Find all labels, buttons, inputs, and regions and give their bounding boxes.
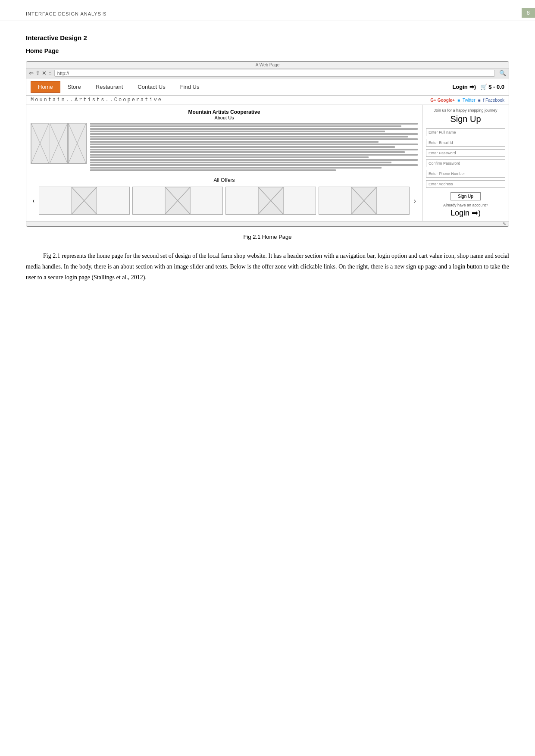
fullname-input[interactable]	[426, 128, 505, 136]
page-number: 8	[522, 8, 535, 18]
facebook-icon: ■	[478, 98, 480, 103]
address-input[interactable]	[426, 180, 505, 188]
about-text-block	[90, 123, 418, 172]
body-paragraph-1: Fig 2.1 represents the home page for the…	[26, 250, 509, 283]
browser-nav-icons: ⇦ ⇧ ✕ ⌂	[29, 70, 52, 77]
cart-area[interactable]: 🛒 $ - 0.0	[480, 84, 504, 90]
offers-section: All Offers ‹	[31, 177, 418, 215]
login-arrow-icon: ➡)	[469, 84, 476, 90]
nav-items: Home Store Restaurant Contact Us Find Us	[31, 81, 452, 93]
nav-item-store[interactable]: Store	[60, 81, 88, 93]
back-icon[interactable]: ⇦	[29, 70, 34, 77]
carousel-prev-button[interactable]: ‹	[31, 195, 36, 206]
twitter-icon: ■	[457, 98, 460, 103]
about-title: Mountain Artists Cooperative	[31, 109, 418, 115]
doc-header-text: INTERFACE DESIGN ANALYSIS	[26, 11, 106, 16]
offer-image-3[interactable]	[225, 187, 316, 215]
email-input[interactable]	[426, 139, 505, 147]
search-icon[interactable]: 🔍	[499, 70, 506, 77]
google-plus-link[interactable]: G+ Google+	[430, 98, 455, 103]
about-subtitle: About Us	[31, 115, 418, 120]
fig-caption: Fig 2.1 Home Page	[26, 234, 509, 240]
nav-item-findus[interactable]: Find Us	[173, 81, 207, 93]
offer-image-2[interactable]	[132, 187, 223, 215]
forward-icon[interactable]: ⇧	[35, 70, 40, 77]
browser-status-icon: ✎	[503, 222, 506, 226]
nav-item-restaurant[interactable]: Restaurant	[88, 81, 131, 93]
nav-right: Login ➡) 🛒 $ - 0.0	[452, 84, 504, 90]
subsection-title: Home Page	[26, 47, 509, 54]
offers-title: All Offers	[31, 177, 418, 183]
nav-item-contact[interactable]: Contact Us	[130, 81, 172, 93]
doc-header: INTERFACE DESIGN ANALYSIS	[0, 0, 535, 21]
browser-bottom-bar: ✎	[26, 221, 509, 226]
doc-body: Interactive Design 2 Home Page A Web Pag…	[0, 34, 535, 283]
site-navbar: Home Store Restaurant Contact Us Find Us…	[26, 78, 509, 96]
about-image-slider	[31, 123, 87, 164]
offer-image-1[interactable]	[39, 187, 129, 215]
login-button[interactable]: Login ➡)	[452, 84, 476, 90]
carousel-images	[39, 187, 409, 215]
site-sidebar: Join us for a happy shopping journey Sig…	[422, 105, 509, 221]
offer-image-4[interactable]	[319, 187, 409, 215]
website-content: Home Store Restaurant Contact Us Find Us…	[26, 78, 509, 221]
section-title: Interactive Design 2	[26, 34, 509, 41]
already-account-text: Already have an account?	[426, 203, 505, 207]
site-main: Mountain Artists Cooperative About Us	[26, 105, 422, 221]
browser-title-bar: A Web Page	[26, 62, 509, 69]
signup-section: Join us for a happy shopping journey Sig…	[426, 108, 505, 218]
close-icon[interactable]: ✕	[42, 70, 47, 77]
signup-title: Sign Up	[426, 114, 505, 124]
signup-button[interactable]: Sign Up	[451, 192, 481, 200]
offers-carousel: ‹	[31, 187, 418, 215]
site-body: Mountain Artists Cooperative About Us	[26, 105, 509, 221]
twitter-link[interactable]: Twitter	[463, 98, 475, 103]
confirm-password-input[interactable]	[426, 159, 505, 167]
browser-mockup: A Web Page ⇦ ⇧ ✕ ⌂ http:// 🔍 Home Store …	[26, 61, 509, 227]
social-bar: Mountain..Artists..Cooperative G+ Google…	[26, 96, 509, 105]
browser-address-bar: ⇦ ⇧ ✕ ⌂ http:// 🔍	[26, 69, 509, 78]
join-text: Join us for a happy shopping journey	[426, 108, 505, 112]
login-label: Login	[452, 84, 467, 90]
login-large-button[interactable]: Login ➡)	[426, 208, 505, 218]
address-field[interactable]: http://	[54, 70, 495, 77]
about-section: Mountain Artists Cooperative About Us	[31, 109, 418, 172]
facebook-link[interactable]: f Facebook	[483, 98, 504, 103]
site-name: Mountain..Artists..Cooperative	[31, 97, 430, 103]
phone-input[interactable]	[426, 170, 505, 178]
password-input[interactable]	[426, 149, 505, 157]
home-icon[interactable]: ⌂	[48, 70, 52, 77]
social-links: G+ Google+ ■ Twitter ■ f Facebook	[430, 98, 504, 103]
nav-item-home[interactable]: Home	[31, 81, 60, 93]
cart-icon: 🛒	[480, 84, 487, 90]
cart-value: $ - 0.0	[488, 84, 504, 90]
carousel-next-button[interactable]: ›	[412, 195, 418, 206]
about-content	[31, 123, 418, 172]
